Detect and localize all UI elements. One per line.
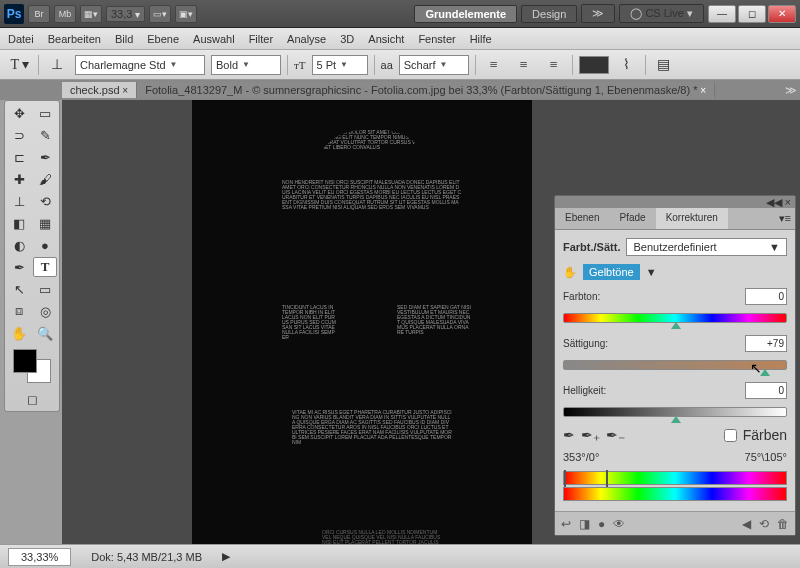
hue-slider[interactable] bbox=[563, 313, 787, 325]
workspace-more[interactable]: ≫ bbox=[581, 4, 615, 23]
blur-tool[interactable]: ◐ bbox=[7, 235, 31, 255]
eyedropper-set[interactable]: ✒ bbox=[563, 427, 575, 443]
warp-text[interactable]: ⌇ bbox=[615, 54, 639, 76]
menu-bearbeiten[interactable]: Bearbeiten bbox=[48, 33, 101, 45]
antialias-combo[interactable]: Scharf▼ bbox=[399, 55, 469, 75]
options-bar: T ▾ ⊥ Charlemagne Std▼ Bold▼ тT 5 Pt▼ aa… bbox=[0, 50, 800, 80]
zoom-dropdown[interactable]: 33,3 ▾ bbox=[106, 6, 145, 22]
tab-ebenen[interactable]: Ebenen bbox=[555, 208, 609, 229]
font-weight-combo[interactable]: Bold▼ bbox=[211, 55, 281, 75]
minimize-button[interactable]: — bbox=[708, 5, 736, 23]
expand-icon[interactable]: ◨ bbox=[579, 517, 590, 531]
lig-label: Helligkeit: bbox=[563, 385, 623, 396]
eyedropper-sub[interactable]: ✒₋ bbox=[606, 427, 625, 443]
menu-datei[interactable]: Datei bbox=[8, 33, 34, 45]
sat-input[interactable] bbox=[745, 335, 787, 352]
viewextras-button[interactable]: ▦▾ bbox=[80, 5, 102, 23]
channel-arrow[interactable]: ▼ bbox=[646, 266, 657, 278]
arrange-button[interactable]: ▭▾ bbox=[149, 5, 171, 23]
document-tab-inactive[interactable]: check.psd × bbox=[62, 82, 137, 98]
panel-collapse-icon[interactable]: ◀◀ × bbox=[766, 196, 791, 208]
dodge-tool[interactable]: ● bbox=[33, 235, 57, 255]
status-zoom[interactable]: 33,33% bbox=[8, 548, 71, 566]
align-right[interactable]: ≡ bbox=[542, 54, 566, 76]
bridge-button[interactable]: Br bbox=[28, 5, 50, 23]
reset-icon[interactable]: ⟲ bbox=[759, 517, 769, 531]
orientation-toggle[interactable]: ⊥ bbox=[45, 54, 69, 76]
menu-ansicht[interactable]: Ansicht bbox=[368, 33, 404, 45]
menu-bild[interactable]: Bild bbox=[115, 33, 133, 45]
lasso-tool[interactable]: ⊃ bbox=[7, 125, 31, 145]
marquee-tool[interactable]: ▭ bbox=[33, 103, 57, 123]
panel-menu-icon[interactable]: ▾≡ bbox=[775, 208, 795, 229]
close-button[interactable]: ✕ bbox=[768, 5, 796, 23]
tab-overflow[interactable]: ≫ bbox=[782, 84, 800, 97]
colorize-label: Färben bbox=[743, 427, 787, 443]
lig-input[interactable] bbox=[745, 382, 787, 399]
history-brush-tool[interactable]: ⟲ bbox=[33, 191, 57, 211]
channel-icon[interactable]: ✋ bbox=[563, 266, 577, 279]
character-panel-toggle[interactable]: ▤ bbox=[652, 54, 676, 76]
menu-analyse[interactable]: Analyse bbox=[287, 33, 326, 45]
3dcam-tool[interactable]: ◎ bbox=[33, 301, 57, 321]
status-arrow-icon[interactable]: ▶ bbox=[222, 550, 230, 563]
aa-label: aa bbox=[381, 59, 393, 71]
pen-tool[interactable]: ✒ bbox=[7, 257, 31, 277]
menu-fenster[interactable]: Fenster bbox=[418, 33, 455, 45]
hue-range-bar-top[interactable] bbox=[563, 471, 787, 485]
type-tool[interactable]: T bbox=[33, 257, 57, 277]
text-color-swatch[interactable] bbox=[579, 56, 609, 74]
sat-slider[interactable] bbox=[563, 360, 787, 372]
menu-filter[interactable]: Filter bbox=[249, 33, 273, 45]
clip-icon[interactable]: ● bbox=[598, 517, 605, 531]
colorize-checkbox[interactable] bbox=[724, 429, 737, 442]
cslive-button[interactable]: ◯ CS Live ▾ bbox=[619, 4, 704, 23]
menu-auswahl[interactable]: Auswahl bbox=[193, 33, 235, 45]
eyedropper-add[interactable]: ✒₊ bbox=[581, 427, 600, 443]
tab-pfade[interactable]: Pfade bbox=[609, 208, 655, 229]
align-left[interactable]: ≡ bbox=[482, 54, 506, 76]
preset-dropdown[interactable]: Benutzerdefiniert▼ bbox=[626, 238, 787, 256]
eraser-tool[interactable]: ◧ bbox=[7, 213, 31, 233]
zoom-tool[interactable]: 🔍 bbox=[33, 323, 57, 343]
path-tool[interactable]: ↖ bbox=[7, 279, 31, 299]
prev-state-icon[interactable]: ◀ bbox=[742, 517, 751, 531]
current-tool-preset[interactable]: T ▾ bbox=[8, 54, 32, 76]
menu-ebene[interactable]: Ebene bbox=[147, 33, 179, 45]
minibridge-button[interactable]: Mb bbox=[54, 5, 76, 23]
hue-range-bar-bottom[interactable] bbox=[563, 487, 787, 501]
3d-tool[interactable]: ⧈ bbox=[7, 301, 31, 321]
gradient-tool[interactable]: ▦ bbox=[33, 213, 57, 233]
hand-tool[interactable]: ✋ bbox=[7, 323, 31, 343]
menu-3d[interactable]: 3D bbox=[340, 33, 354, 45]
channel-dropdown[interactable]: Gelbtöne bbox=[583, 264, 640, 280]
status-doc[interactable]: Dok: 5,43 MB/21,3 MB bbox=[91, 551, 202, 563]
stamp-tool[interactable]: ⊥ bbox=[7, 191, 31, 211]
maximize-button[interactable]: ◻ bbox=[738, 5, 766, 23]
document-canvas[interactable]: LOREM IPSUM DOLOR SIT AMET CONSECTETUR A… bbox=[192, 100, 532, 544]
color-swatches[interactable] bbox=[13, 349, 51, 383]
quickmask-toggle[interactable]: ◻ bbox=[7, 389, 57, 409]
crop-tool[interactable]: ⊏ bbox=[7, 147, 31, 167]
document-tab-active[interactable]: Fotolia_4813297_M - © sumnersgraphicsinc… bbox=[137, 82, 715, 98]
brush-tool[interactable]: 🖌 bbox=[33, 169, 57, 189]
align-center[interactable]: ≡ bbox=[512, 54, 536, 76]
workspace-grundelemente[interactable]: Grundelemente bbox=[414, 5, 517, 23]
hue-input[interactable] bbox=[745, 288, 787, 305]
eyedropper-tool[interactable]: ✒ bbox=[33, 147, 57, 167]
screenmode-button[interactable]: ▣▾ bbox=[175, 5, 197, 23]
size-icon: тT bbox=[294, 59, 306, 71]
workspace-design[interactable]: Design bbox=[521, 5, 577, 23]
move-tool[interactable]: ✥ bbox=[7, 103, 31, 123]
heal-tool[interactable]: ✚ bbox=[7, 169, 31, 189]
shape-tool[interactable]: ▭ bbox=[33, 279, 57, 299]
visibility-icon[interactable]: 👁 bbox=[613, 517, 625, 531]
tab-korrekturen[interactable]: Korrekturen bbox=[656, 208, 728, 229]
return-icon[interactable]: ↩ bbox=[561, 517, 571, 531]
lig-slider[interactable] bbox=[563, 407, 787, 419]
quickselect-tool[interactable]: ✎ bbox=[33, 125, 57, 145]
menu-hilfe[interactable]: Hilfe bbox=[470, 33, 492, 45]
font-family-combo[interactable]: Charlemagne Std▼ bbox=[75, 55, 205, 75]
trash-icon[interactable]: 🗑 bbox=[777, 517, 789, 531]
font-size-combo[interactable]: 5 Pt▼ bbox=[312, 55, 368, 75]
